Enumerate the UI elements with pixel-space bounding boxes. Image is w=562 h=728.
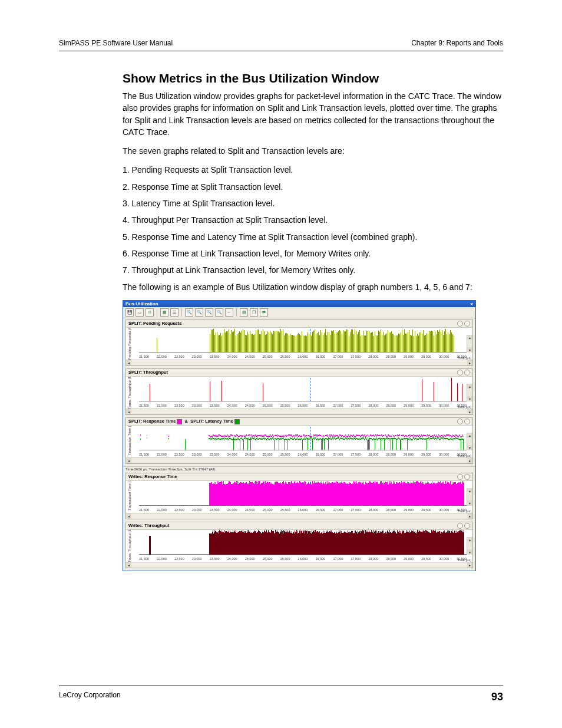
window-title: Bus Utilization — [125, 301, 158, 307]
x-tick: 29,000 — [404, 404, 414, 407]
x-tick: 24,000 — [227, 453, 237, 456]
header-right: Chapter 9: Reports and Tools — [411, 39, 503, 47]
x-axis: 21,50022,00022,50023,00023,50024,00024,5… — [139, 354, 467, 360]
scroll-up-icon[interactable]: ▴ — [467, 384, 472, 389]
x-tick: 23,000 — [192, 508, 202, 512]
x-tick: 28,000 — [368, 453, 378, 456]
scroll-up-icon[interactable]: ▴ — [467, 537, 472, 542]
vertical-scrollbar[interactable]: ▴▾ — [467, 488, 472, 506]
sync-icon[interactable]: ⇄ — [260, 308, 268, 317]
zoom-in-icon[interactable]: 🔍 — [185, 308, 193, 317]
scroll-left-icon[interactable]: ◂ — [126, 562, 131, 568]
pane-collapse-icon[interactable] — [457, 474, 463, 480]
x-tick: 28,000 — [368, 557, 378, 561]
vertical-scrollbar[interactable]: ▴▾ — [467, 433, 472, 450]
x-tick: 27,500 — [351, 557, 361, 561]
grid-icon[interactable]: ▦ — [160, 308, 168, 317]
page-number: 93 — [491, 691, 503, 703]
vertical-scrollbar[interactable]: ▴▾ — [467, 537, 472, 555]
chart-pane: SPLIT: ThroughputTrans. Throughput (MB/s… — [125, 368, 473, 415]
plot-area[interactable] — [139, 329, 467, 353]
scroll-right-icon[interactable]: ▸ — [467, 458, 472, 463]
page-title: Show Metrics in the Bus Utilization Wind… — [123, 71, 503, 85]
pane-close-icon[interactable] — [464, 474, 470, 480]
scroll-right-icon[interactable]: ▸ — [467, 409, 472, 414]
x-tick: 26,500 — [316, 557, 326, 561]
plot-area[interactable] — [139, 531, 467, 555]
x-tick: 21,500 — [139, 355, 149, 358]
pane-close-icon[interactable] — [464, 321, 470, 327]
x-tick: 25,500 — [280, 453, 290, 456]
window-titlebar[interactable]: Bus Utilization x — [123, 301, 475, 307]
pane-collapse-icon[interactable] — [457, 419, 463, 424]
scroll-down-icon[interactable]: ▾ — [467, 445, 472, 450]
pane-title-text: SPLIT: Pending Requests — [128, 321, 181, 326]
paragraph: The following is an example of Bus Utili… — [123, 281, 503, 293]
save-icon[interactable]: 💾 — [125, 308, 134, 317]
tile-icon[interactable]: ▤ — [240, 308, 248, 317]
pane-collapse-icon[interactable] — [457, 321, 463, 327]
toolbar: 💾 ▭ ⎙ ▦ ☰ 🔍 🔍 🔍 🔍 ↔ ▤ ❐ ⇄ — [123, 307, 475, 318]
x-tick: 29,500 — [421, 404, 431, 407]
scroll-up-icon[interactable]: ▴ — [467, 335, 472, 340]
print-icon[interactable]: ⎙ — [146, 308, 154, 317]
x-tick: 24,000 — [227, 508, 237, 512]
vertical-scrollbar[interactable]: ▴▾ — [467, 335, 472, 353]
zoom-fit-icon[interactable]: 🔍 — [205, 308, 213, 317]
plot-area[interactable] — [139, 378, 467, 401]
x-tick: 28,500 — [386, 453, 396, 456]
x-tick: 21,500 — [139, 404, 149, 407]
x-axis-unit: Time (µs) — [458, 558, 471, 562]
close-icon[interactable]: x — [471, 301, 473, 307]
scroll-left-icon[interactable]: ◂ — [126, 360, 131, 365]
scroll-down-icon[interactable]: ▾ — [467, 347, 472, 353]
plot-area[interactable] — [139, 482, 467, 506]
x-tick: 27,000 — [333, 355, 343, 358]
x-tick: 29,500 — [421, 508, 431, 512]
x-tick: 22,000 — [157, 557, 167, 561]
scroll-up-icon[interactable]: ▴ — [467, 488, 472, 493]
scroll-right-icon[interactable]: ▸ — [467, 360, 472, 365]
x-tick: 24,500 — [245, 508, 255, 512]
chart-pane: SPLIT: Response Time & SPLIT: Latency Ti… — [125, 417, 473, 464]
x-tick: 22,500 — [174, 508, 184, 512]
horizontal-scrollbar[interactable]: ◂▸ — [126, 457, 472, 463]
pane-close-icon[interactable] — [464, 370, 470, 375]
pane-collapse-icon[interactable] — [457, 370, 463, 375]
x-tick: 28,500 — [386, 404, 396, 407]
scroll-up-icon[interactable]: ▴ — [467, 433, 472, 438]
horizontal-scrollbar[interactable]: ◂▸ — [126, 562, 472, 568]
scroll-down-icon[interactable]: ▾ — [467, 549, 472, 555]
bars-icon[interactable]: ☰ — [170, 308, 178, 317]
x-tick: 29,500 — [421, 557, 431, 561]
scroll-left-icon[interactable]: ◂ — [126, 409, 131, 414]
x-tick: 23,500 — [210, 557, 220, 561]
baseline — [139, 450, 467, 450]
horizontal-scrollbar[interactable]: ◂▸ — [126, 513, 472, 519]
time-marker[interactable] — [310, 378, 310, 401]
vertical-scrollbar[interactable]: ▴▾ — [467, 384, 472, 401]
scroll-left-icon[interactable]: ◂ — [126, 513, 131, 519]
zoom-out-icon[interactable]: 🔍 — [195, 308, 203, 317]
zoom-1x-icon[interactable]: 🔍 — [215, 308, 223, 317]
fit-icon[interactable]: ↔ — [225, 308, 233, 317]
scroll-right-icon[interactable]: ▸ — [467, 513, 472, 519]
x-tick: 22,500 — [174, 355, 184, 358]
x-tick: 23,000 — [192, 404, 202, 407]
pane-collapse-icon[interactable] — [457, 523, 463, 529]
scroll-right-icon[interactable]: ▸ — [467, 562, 472, 568]
x-tick: 27,000 — [333, 404, 343, 407]
scroll-down-icon[interactable]: ▾ — [467, 396, 472, 401]
open-icon[interactable]: ▭ — [135, 308, 144, 317]
status-strip: Time:2666 µs, Transaction Time:2µs, Spli… — [123, 466, 475, 472]
scroll-down-icon[interactable]: ▾ — [467, 500, 472, 506]
cascade-icon[interactable]: ❐ — [250, 308, 258, 317]
pane-close-icon[interactable] — [464, 523, 470, 529]
horizontal-scrollbar[interactable]: ◂▸ — [126, 409, 472, 414]
pane-close-icon[interactable] — [464, 419, 470, 424]
plot-area[interactable] — [139, 427, 467, 450]
scroll-left-icon[interactable]: ◂ — [126, 458, 131, 463]
x-tick: 29,500 — [421, 453, 431, 456]
x-tick: 26,000 — [298, 355, 308, 358]
horizontal-scrollbar[interactable]: ◂▸ — [126, 360, 472, 365]
